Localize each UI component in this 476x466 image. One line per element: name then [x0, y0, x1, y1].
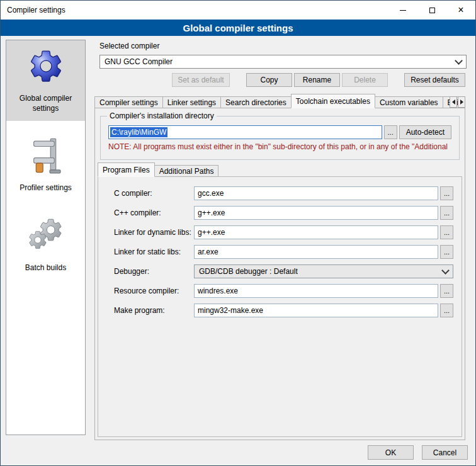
tab-search-directories[interactable]: Search directories [220, 96, 292, 108]
tab-scroll-right-button[interactable] [458, 96, 465, 108]
close-icon: × [458, 5, 463, 15]
close-button[interactable]: × [446, 1, 475, 20]
resource-compiler-input[interactable] [194, 284, 438, 298]
compiler-settings-window: Compiler settings × Global compiler sett… [0, 0, 476, 466]
c-compiler-label: C compiler: [114, 189, 194, 198]
dialog-header: Global compiler settings [1, 20, 475, 36]
chevron-down-icon [441, 266, 450, 275]
sidebar-item-global-compiler-settings[interactable]: Global compiler settings [6, 40, 85, 121]
field-row: Linker for static libs: ... [114, 245, 453, 259]
minimize-button[interactable] [388, 1, 417, 20]
installation-directory-group: Compiler's installation directory C:\ray… [100, 116, 460, 160]
arrow-left-icon [452, 99, 455, 105]
dialog-header-title: Global compiler settings [183, 23, 293, 33]
tab-custom-variables[interactable]: Custom variables [375, 96, 443, 108]
bin-subdirectory-note: NOTE: All programs must exist either in … [108, 142, 451, 151]
delete-button[interactable]: Delete [342, 73, 388, 87]
compiler-actions: Set as default Copy Rename Delete Reset … [99, 73, 465, 87]
chevron-down-icon [455, 57, 463, 65]
field-row: Resource compiler: ... [114, 284, 453, 298]
tab-compiler-settings[interactable]: Compiler settings [94, 96, 163, 108]
reset-defaults-button[interactable]: Reset defaults [404, 73, 465, 87]
maximize-button[interactable] [417, 1, 446, 20]
installation-directory-group-label: Compiler's installation directory [107, 111, 217, 120]
tab-additional-paths[interactable]: Additional Paths [154, 165, 219, 177]
tab-linker-settings[interactable]: Linker settings [162, 96, 221, 108]
field-row: Linker for dynamic libs: ... [114, 225, 453, 239]
program-files-panel: C compiler: ... C++ compiler: ... Linker… [98, 176, 462, 437]
install-dir-browse-button[interactable]: ... [384, 125, 397, 139]
sidebar-item-profiler-settings[interactable]: Profiler settings [6, 130, 85, 201]
sidebar-item-batch-builds[interactable]: Batch builds [6, 210, 85, 281]
install-dir-selected-text: C:\raylib\MinGW [110, 127, 167, 137]
dialog-footer: OK Cancel [368, 445, 468, 460]
cancel-button[interactable]: Cancel [422, 445, 468, 460]
arrow-right-icon [460, 99, 463, 105]
ok-button[interactable]: OK [368, 445, 414, 460]
tab-toolchain-executables[interactable]: Toolchain executables [291, 94, 375, 108]
linker-static-label: Linker for static libs: [114, 247, 194, 256]
cpp-compiler-label: C++ compiler: [114, 208, 194, 217]
install-dir-input[interactable]: C:\raylib\MinGW [108, 125, 382, 139]
toolchain-executables-panel: Compiler's installation directory C:\ray… [94, 108, 465, 440]
caption-buttons: × [388, 1, 475, 20]
clamp-icon [26, 136, 65, 175]
main-tabstrip: Compiler settings Linker settings Search… [94, 94, 465, 108]
installation-directory-row: C:\raylib\MinGW ... Auto-detect [108, 125, 451, 139]
selected-compiler-label: Selected compiler [99, 42, 159, 50]
rename-button[interactable]: Rename [294, 73, 340, 87]
linker-dynamic-label: Linker for dynamic libs: [114, 228, 194, 237]
cpp-compiler-input[interactable] [194, 206, 438, 220]
dialog-content: Global compiler settings Profiler settin… [1, 36, 475, 465]
copy-button[interactable]: Copy [246, 73, 292, 87]
field-row: C compiler: ... [114, 186, 453, 200]
debugger-label: Debugger: [114, 267, 194, 276]
blue-gear-icon [26, 47, 65, 86]
linker-static-input[interactable] [194, 245, 438, 259]
set-as-default-button[interactable]: Set as default [172, 73, 230, 87]
resource-compiler-label: Resource compiler: [114, 287, 194, 295]
category-sidebar: Global compiler settings Profiler settin… [6, 40, 86, 435]
auto-detect-button[interactable]: Auto-detect [399, 125, 451, 139]
field-row: Debugger: GDB/CDB debugger : Default [114, 264, 453, 278]
linker-dynamic-input[interactable] [194, 225, 438, 239]
cpp-compiler-browse-button[interactable]: ... [440, 206, 453, 220]
selected-compiler-dropdown[interactable]: GNU GCC Compiler [99, 55, 467, 69]
tab-program-files[interactable]: Program Files [98, 162, 155, 177]
linker-static-browse-button[interactable]: ... [440, 245, 453, 259]
make-program-label: Make program: [114, 306, 194, 315]
make-program-input[interactable] [194, 304, 438, 317]
field-row: Make program: ... [114, 304, 453, 317]
gray-gears-icon [26, 216, 65, 255]
tab-scroll-arrows [449, 96, 465, 108]
make-program-browse-button[interactable]: ... [440, 304, 453, 317]
maximize-icon [429, 8, 435, 13]
field-row: C++ compiler: ... [114, 206, 453, 220]
tab-scroll-left-button[interactable] [450, 96, 457, 108]
resource-compiler-browse-button[interactable]: ... [440, 284, 453, 298]
debugger-dropdown[interactable]: GDB/CDB debugger : Default [194, 264, 453, 278]
c-compiler-browse-button[interactable]: ... [440, 186, 453, 200]
titlebar: Compiler settings × [1, 1, 475, 20]
c-compiler-input[interactable] [194, 186, 438, 200]
sidebar-item-label: Batch builds [25, 263, 66, 273]
sidebar-item-label: Global compiler settings [8, 94, 84, 113]
sidebar-item-label: Profiler settings [20, 183, 72, 193]
linker-dynamic-browse-button[interactable]: ... [440, 225, 453, 239]
minimize-icon [400, 10, 406, 11]
selected-compiler-value: GNU GCC Compiler [105, 57, 173, 66]
debugger-value: GDB/CDB debugger : Default [199, 267, 298, 276]
program-files-tabstrip: Program Files Additional Paths [98, 162, 218, 177]
window-title: Compiler settings [1, 6, 65, 14]
